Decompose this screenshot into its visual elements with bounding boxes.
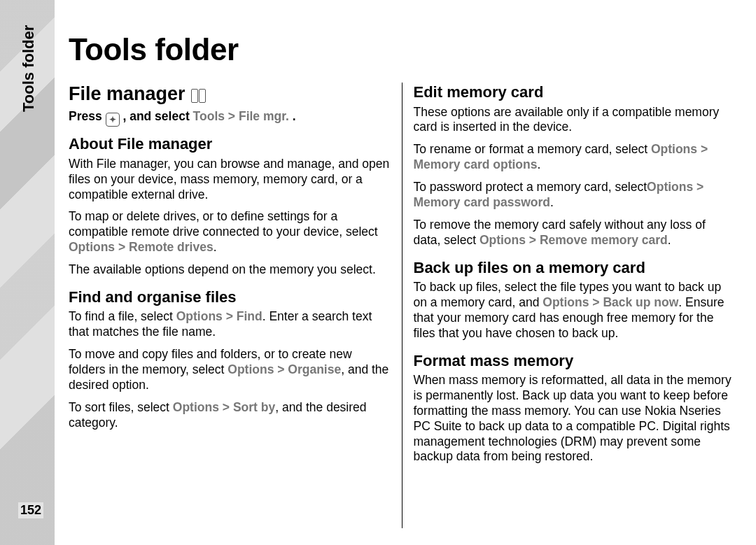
two-column-layout: File manager Press ✦ , and select Tools … <box>69 83 735 528</box>
find-p2: To move and copy files and folders, or t… <box>69 347 391 393</box>
page-number: 152 <box>18 502 43 518</box>
edit-p2-e: . <box>537 157 540 171</box>
organise-label: Organise <box>288 362 341 376</box>
edit-p2: To rename or format a memory card, selec… <box>414 142 736 173</box>
file-manager-icon <box>191 87 206 104</box>
section-tab-label: Tools folder <box>20 25 38 112</box>
edit-p2-a: To rename or format a memory card, selec… <box>414 142 651 156</box>
page-title: Tools folder <box>69 32 735 67</box>
path-period: . <box>293 109 296 123</box>
right-column: Edit memory card These options are avail… <box>402 83 736 528</box>
heading-find: Find and organise files <box>69 288 391 307</box>
find-p1-a: To find a file, select <box>69 309 176 323</box>
options-label: Options <box>69 240 115 254</box>
memory-card-options-label: Memory card options <box>414 157 538 171</box>
find-label: Find <box>237 309 262 323</box>
heading-format: Format mass memory <box>414 351 736 371</box>
about-p2-e: . <box>214 240 217 254</box>
remote-drives-label: Remote drives <box>129 240 214 254</box>
heading-edit-memory: Edit memory card <box>414 83 736 102</box>
press-label: Press <box>69 109 106 123</box>
options-label: Options <box>176 309 223 323</box>
path-sep: > <box>228 109 239 123</box>
edit-p4-e: . <box>668 233 671 247</box>
options-label: Options <box>173 400 219 414</box>
sep: > <box>274 362 288 376</box>
path-filemgr: File mgr. <box>239 109 289 123</box>
about-p1: With File manager, you can browse and ma… <box>69 157 391 203</box>
heading-file-manager-text: File manager <box>69 83 186 106</box>
options-label: Options <box>542 295 589 309</box>
left-column: File manager Press ✦ , and select Tools … <box>69 83 402 528</box>
edit-p3-a: To password protect a memory card, selec… <box>414 180 648 194</box>
edit-p4: To remove the memory card safely without… <box>414 218 736 248</box>
sep: > <box>693 180 704 194</box>
edit-p3: To password protect a memory card, selec… <box>414 180 736 211</box>
memory-card-password-label: Memory card password <box>414 195 550 209</box>
options-label: Options <box>647 180 693 194</box>
sep: > <box>589 295 603 309</box>
heading-about: About File manager <box>69 134 391 154</box>
decorative-strip: Tools folder 152 <box>0 0 55 545</box>
heading-file-manager: File manager <box>69 83 391 106</box>
about-p2-a: To map or delete drives, or to define se… <box>69 209 378 239</box>
path-tools: Tools <box>193 109 225 123</box>
options-label: Options <box>479 233 526 247</box>
sep: > <box>526 233 540 247</box>
backup-p: To back up files, select the file types … <box>414 280 736 341</box>
find-p1: To find a file, select Options > Find. E… <box>69 309 391 340</box>
sep: > <box>219 400 233 414</box>
sortby-label: Sort by <box>233 400 275 414</box>
and-select-label: , and select <box>122 109 192 123</box>
format-p: When mass memory is reformatted, all dat… <box>414 373 736 465</box>
find-p3-a: To sort files, select <box>69 400 173 414</box>
find-p3: To sort files, select Options > Sort by,… <box>69 400 391 431</box>
edit-p3-e: . <box>550 195 554 209</box>
heading-backup: Back up files on a memory card <box>414 258 736 278</box>
options-label: Options <box>651 142 697 156</box>
remove-memory-card-label: Remove memory card <box>540 233 668 247</box>
about-p3: The available options depend on the memo… <box>69 262 391 278</box>
about-p2: To map or delete drives, or to define se… <box>69 209 391 255</box>
options-label: Options <box>227 362 274 376</box>
sep: > <box>223 309 237 323</box>
back-up-now-label: Back up now <box>603 295 678 309</box>
edit-p1: These options are available only if a co… <box>414 105 736 136</box>
menu-key-icon: ✦ <box>106 113 120 127</box>
page-content: Tools folder File manager Press ✦ , and … <box>55 0 756 545</box>
sep: > <box>697 142 708 156</box>
sep: > <box>115 240 129 254</box>
file-manager-path: Press ✦ , and select Tools > File mgr. . <box>69 109 391 125</box>
